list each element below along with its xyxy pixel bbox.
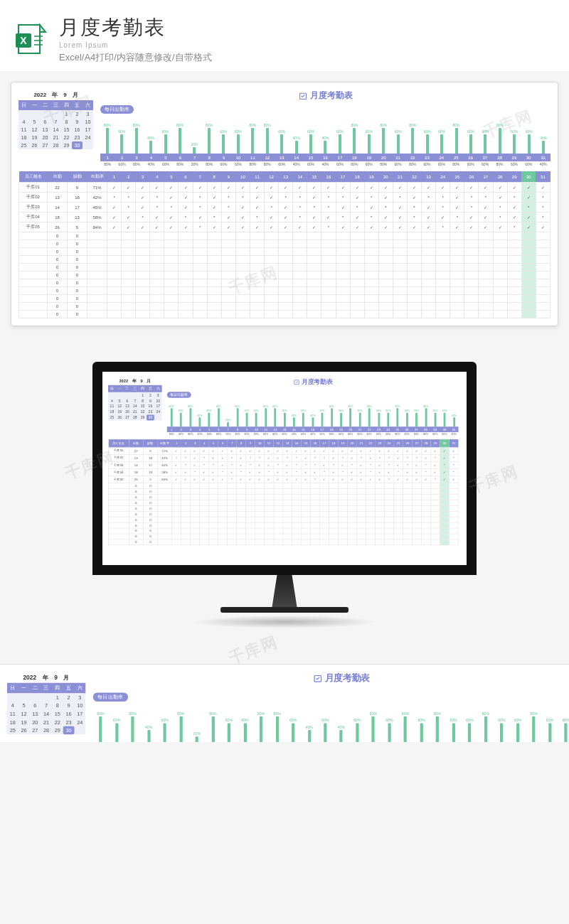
attendance-mark-cell[interactable]: ✓ [283, 476, 292, 483]
attendance-mark-cell[interactable]: ✓ [407, 183, 421, 193]
attendance-mark-cell[interactable]: * [464, 203, 479, 213]
calendar-day[interactable]: 21 [50, 134, 61, 141]
attendance-mark-cell[interactable]: ✓ [521, 222, 536, 232]
attendance-mark-cell[interactable]: * [321, 222, 336, 232]
calendar-day[interactable]: 21 [131, 409, 139, 415]
attendance-mark-cell[interactable]: ✓ [449, 447, 458, 454]
calendar-day[interactable] [29, 110, 40, 118]
attendance-mark-cell[interactable]: ✓ [136, 203, 150, 213]
attendance-mark-cell[interactable]: ✓ [440, 476, 449, 483]
attendance-mark-cell[interactable]: ✓ [348, 447, 357, 454]
table-cell[interactable]: 84% [157, 476, 171, 483]
calendar-day[interactable]: 4 [18, 118, 29, 126]
table-cell[interactable]: 0 [48, 232, 68, 240]
attendance-mark-cell[interactable]: * [536, 193, 550, 203]
attendance-mark-cell[interactable]: ✓ [321, 183, 336, 193]
calendar-day[interactable]: 8 [61, 118, 72, 126]
attendance-mark-cell[interactable]: ✓ [329, 447, 339, 454]
attendance-mark-cell[interactable]: ✓ [237, 454, 246, 461]
calendar-day[interactable]: 11 [7, 710, 18, 719]
attendance-mark-cell[interactable]: * [107, 193, 122, 203]
attendance-mark-cell[interactable]: ✓ [209, 447, 218, 454]
attendance-mark-cell[interactable]: * [320, 469, 329, 476]
attendance-mark-cell[interactable]: ✓ [179, 193, 193, 203]
attendance-mark-cell[interactable]: ✓ [237, 447, 246, 454]
attendance-mark-cell[interactable]: * [430, 476, 440, 483]
attendance-mark-cell[interactable]: ✓ [450, 203, 464, 213]
table-row[interactable]: 千库02131842%**✓*✓✓*✓**✓✓**✓**✓*✓*✓**✓**✓*… [108, 454, 458, 461]
table-row[interactable]: 00 [108, 489, 458, 495]
attendance-mark-cell[interactable]: ✓ [218, 454, 228, 461]
attendance-mark-cell[interactable]: ✓ [122, 183, 136, 193]
table-cell[interactable]: 0 [129, 511, 143, 517]
table-cell[interactable]: 千库02 [108, 454, 129, 461]
attendance-mark-cell[interactable]: ✓ [228, 447, 237, 454]
table-row[interactable]: 00 [19, 232, 551, 240]
attendance-mark-cell[interactable]: ✓ [393, 213, 407, 222]
table-row[interactable]: 00 [19, 311, 551, 318]
calendar-day[interactable]: 16 [147, 404, 154, 409]
attendance-mark-cell[interactable]: * [403, 461, 412, 468]
attendance-mark-cell[interactable]: ✓ [521, 193, 536, 203]
attendance-mark-cell[interactable]: ✓ [207, 193, 221, 203]
table-cell[interactable]: 0 [143, 489, 157, 495]
table-cell[interactable]: 0 [68, 240, 87, 248]
calendar-day[interactable]: 10 [154, 398, 162, 404]
attendance-mark-cell[interactable]: * [407, 203, 421, 213]
table-cell[interactable]: 0 [68, 279, 87, 287]
calendar-day[interactable]: 14 [131, 404, 139, 409]
table-cell[interactable]: 18 [68, 193, 87, 203]
table-cell[interactable]: 22 [129, 447, 143, 454]
attendance-mark-cell[interactable]: ✓ [274, 469, 283, 476]
table-cell[interactable]: 0 [68, 272, 87, 279]
calendar-day[interactable]: 5 [18, 702, 30, 710]
calendar-day[interactable]: 26 [116, 415, 124, 421]
table-cell[interactable]: 0 [143, 528, 157, 534]
calendar-day[interactable]: 20 [124, 409, 132, 415]
attendance-mark-cell[interactable]: * [293, 203, 307, 213]
attendance-mark-cell[interactable]: ✓ [255, 476, 265, 483]
table-cell[interactable]: 千库05 [19, 222, 48, 232]
table-cell[interactable]: 26 [48, 222, 68, 232]
attendance-mark-cell[interactable]: * [246, 461, 255, 468]
calendar-day[interactable]: 22 [52, 718, 63, 726]
attendance-mark-cell[interactable]: ✓ [172, 461, 181, 468]
table-cell[interactable]: 0 [129, 495, 143, 500]
attendance-mark-cell[interactable]: * [348, 461, 357, 468]
table-cell[interactable]: 0 [48, 240, 68, 248]
attendance-mark-cell[interactable]: * [292, 469, 302, 476]
attendance-mark-cell[interactable]: ✓ [179, 183, 193, 193]
attendance-mark-cell[interactable]: ✓ [209, 476, 218, 483]
attendance-mark-cell[interactable]: ✓ [364, 222, 378, 232]
attendance-mark-cell[interactable]: ✓ [422, 183, 436, 193]
attendance-mark-cell[interactable]: ✓ [329, 454, 339, 461]
attendance-mark-cell[interactable]: ✓ [283, 461, 292, 468]
table-row[interactable]: 00 [108, 517, 458, 522]
table-cell[interactable]: 45% [87, 203, 107, 213]
attendance-mark-cell[interactable]: ✓ [209, 469, 218, 476]
calendar-day[interactable]: 20 [30, 718, 41, 726]
calendar-day[interactable]: 17 [74, 710, 85, 719]
attendance-mark-cell[interactable]: ✓ [237, 461, 246, 468]
attendance-mark-cell[interactable]: * [436, 203, 450, 213]
attendance-mark-cell[interactable]: * [193, 203, 207, 213]
attendance-mark-cell[interactable]: * [200, 461, 209, 468]
attendance-mark-cell[interactable]: ✓ [430, 447, 440, 454]
calendar-day[interactable]: 28 [41, 726, 52, 735]
attendance-mark-cell[interactable]: * [311, 476, 320, 483]
attendance-mark-cell[interactable]: * [191, 469, 200, 476]
attendance-mark-cell[interactable]: ✓ [279, 213, 293, 222]
attendance-mark-cell[interactable]: ✓ [412, 476, 421, 483]
attendance-mark-cell[interactable]: ✓ [450, 183, 464, 193]
attendance-mark-cell[interactable]: * [421, 469, 430, 476]
attendance-mark-cell[interactable]: * [311, 454, 320, 461]
table-row[interactable]: 00 [108, 511, 458, 517]
calendar-day[interactable] [131, 392, 139, 398]
calendar-day[interactable]: 27 [30, 726, 41, 735]
attendance-mark-cell[interactable]: ✓ [336, 183, 350, 193]
calendar-day[interactable]: 2 [147, 392, 154, 398]
calendar-day[interactable]: 22 [61, 134, 72, 141]
attendance-mark-cell[interactable]: ✓ [218, 447, 228, 454]
attendance-mark-cell[interactable]: * [436, 193, 450, 203]
table-cell[interactable]: 9 [68, 183, 87, 193]
